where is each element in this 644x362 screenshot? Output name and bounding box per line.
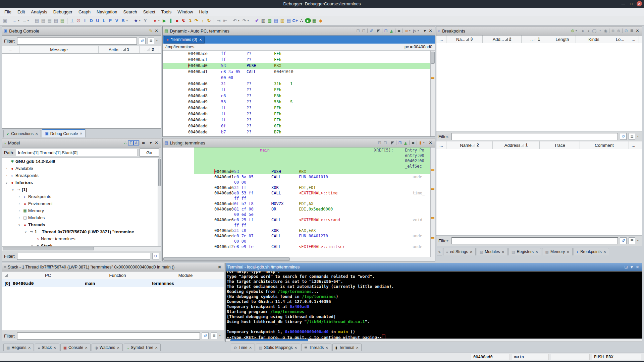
column-header-module[interactable]: Module	[151, 272, 220, 279]
tree-item-name[interactable]: ○Name: termmines	[2, 235, 161, 242]
instruction-letter-icon[interactable]: I	[82, 17, 88, 24]
expander-open-icon[interactable]: ∨	[23, 230, 28, 234]
stack-frame-row[interactable]: [0]00400ad0maintermmines	[2, 279, 224, 287]
terminal-output[interactable]: For help, type "help".Type "apropos word…	[226, 272, 642, 339]
menu-graph[interactable]: Graph	[75, 9, 94, 14]
tab-modules[interactable]: ▧Modules✕	[477, 248, 507, 255]
filter-input[interactable]	[17, 38, 137, 45]
tree-item-inferiors[interactable]: ∨●Inferiors	[2, 179, 161, 186]
disconnect-icon[interactable]: ↯	[180, 17, 186, 24]
clear-filter-icon[interactable]: ↺	[139, 38, 146, 44]
tab-close-icon[interactable]: ✕	[356, 346, 359, 350]
tree-item-stack[interactable]: ∨≡Stack	[2, 242, 161, 246]
expander-open-icon[interactable]: ∨	[4, 181, 9, 184]
menu-navigation[interactable]: Navigation	[94, 9, 120, 14]
disassembly-row[interactable]: 00400af2e8 e9 feCALL<EXTERNAL>::initscru…	[163, 244, 430, 249]
model-hscrollbar[interactable]	[2, 246, 161, 251]
filter-config-icon[interactable]: ≣	[629, 237, 635, 244]
column-header-lo[interactable]: Lo...	[612, 36, 628, 43]
breakpoints-table-body[interactable]	[436, 43, 642, 131]
clone-icon[interactable]: ⊟	[361, 28, 367, 34]
column-header-sort[interactable]	[2, 272, 12, 279]
column-header-comment[interactable]: Comment	[580, 141, 629, 149]
tree-item-modules[interactable]: ›◫Modules	[2, 214, 161, 221]
back-icon-dropdown[interactable]: ▾	[18, 19, 21, 22]
tab-close-icon[interactable]: ✕	[155, 346, 158, 350]
disassembly-row[interactable]: 00400aede8 7e 07CALLFUN_00401270unde	[163, 233, 430, 239]
new-page-icon[interactable]: ▤	[59, 17, 65, 24]
column-header-[interactable]: ...	[629, 141, 638, 149]
listing-disassembly[interactable]: mainXREF[5]:Entry Poentry:0000402f00_elf…	[163, 147, 435, 257]
export-page-icon[interactable]: ▤	[47, 17, 53, 24]
expander-closed-icon[interactable]: ›	[4, 174, 9, 177]
snapshot-camera-icon[interactable]: ◙	[410, 140, 416, 146]
dynamic-scrollbar[interactable]	[430, 51, 435, 136]
kill-icon[interactable]: ■	[174, 17, 180, 24]
clear-console-icon[interactable]: ✎	[148, 28, 154, 34]
path-input[interactable]: Inferiors[1].Threads[1].Stack[0]	[16, 149, 138, 156]
stack-table-body[interactable]	[2, 287, 224, 330]
copy-page-icon[interactable]: ▤	[34, 17, 40, 24]
snapshot-camera-icon[interactable]: ◙	[396, 28, 402, 34]
book-icon[interactable]: ▮	[418, 140, 423, 146]
record-icon-dropdown[interactable]: ▾	[158, 19, 161, 22]
select-cursor-icon[interactable]: ◤	[390, 140, 395, 146]
menu-debugger[interactable]: Debugger	[50, 9, 75, 14]
search-icon[interactable]: ⊙	[623, 28, 629, 34]
data-letter-icon[interactable]: D	[88, 17, 94, 24]
disassembly-row[interactable]: 00400ad631??31h1	[163, 81, 430, 87]
panel-menu-icon[interactable]: ▼	[422, 28, 428, 34]
column-header-address[interactable]: Address1	[493, 141, 540, 149]
clear-markup-icon[interactable]: ∅	[75, 17, 82, 24]
close-icon[interactable]: ✕	[635, 264, 640, 270]
expander-closed-icon[interactable]: ›	[17, 195, 22, 198]
function-letter-icon[interactable]: F	[107, 17, 113, 24]
clear-filter-icon[interactable]: ↺	[620, 133, 627, 140]
tab-close-icon[interactable]: ✕	[53, 346, 56, 350]
add-breakpoint-icon[interactable]: ⊕	[570, 28, 576, 34]
auto-refresh-icon[interactable]: ↺	[368, 28, 374, 34]
filter-config-icon-dropdown[interactable]: ▾	[219, 335, 222, 337]
tree-item-breakpoints[interactable]: ›◐Breakpoints	[2, 193, 161, 200]
tab-console[interactable]: ▣Console✕	[60, 344, 91, 351]
clear-breakpoint-icon[interactable]: ⊗	[610, 28, 616, 34]
close-icon[interactable]: ✕	[428, 140, 433, 146]
disassembly-row[interactable]: 00400ad953??53hS	[163, 99, 430, 105]
enable-breakpoint-icon[interactable]: ●	[580, 28, 586, 34]
disassembly-row[interactable]: 00400adeb7??B7h	[163, 129, 430, 135]
menu-edit[interactable]: Edit	[14, 9, 28, 14]
close-icon[interactable]: ✕	[217, 264, 222, 270]
tab-terminal[interactable]: ▮Terminal✕	[332, 344, 362, 351]
menu-analysis[interactable]: Analysis	[28, 9, 50, 14]
disassembly-row[interactable]: 00400acfff??FFh	[163, 57, 430, 63]
model-tree-scrollbar[interactable]	[158, 158, 161, 246]
resume-icon[interactable]: ▶	[161, 17, 167, 24]
disassembly-row[interactable]: 00400ad7ff??FFh	[163, 87, 430, 93]
step-over-icon[interactable]: ↷	[193, 17, 199, 24]
tab-debug-console[interactable]: ▣Debug Console✕	[42, 129, 86, 137]
import-page-icon[interactable]: ▤	[53, 17, 59, 24]
filter-config-icon-dropdown[interactable]: ▾	[156, 40, 159, 42]
filter-input[interactable]	[17, 333, 200, 340]
paste-page-icon[interactable]: ▤	[40, 17, 46, 24]
column-header-[interactable]: ..2	[140, 46, 159, 53]
filter-config-icon[interactable]: ≣	[211, 333, 217, 339]
add-breakpoint-icon-dropdown[interactable]: ▾	[576, 29, 578, 32]
step-last-icon[interactable]: ↻	[206, 17, 212, 24]
tab-close-icon[interactable]: ✕	[85, 346, 88, 350]
column-header-na[interactable]: Na...3	[446, 36, 483, 43]
tab-close-icon[interactable]: ✕	[470, 250, 472, 254]
tree-item-[interactable]: ∨⇒[1]	[2, 186, 161, 193]
disassembly-row[interactable]: 00400ad053PUSHRBX	[163, 63, 430, 69]
redo-icon[interactable]: ↷	[241, 17, 247, 24]
debug-console-table-body[interactable]	[2, 54, 161, 128]
disassembly-row[interactable]: 00400ad8e8 53 ffCALL<EXTERNAL>::timetime…	[163, 190, 430, 196]
column-header-name[interactable]: Name2	[446, 141, 493, 149]
panel-menu-icon[interactable]: ▼	[148, 140, 154, 146]
menu-window[interactable]: Window	[174, 9, 196, 14]
expander-open-icon[interactable]: ∨	[30, 244, 35, 246]
skip-over-icon[interactable]: ⇥	[216, 17, 222, 24]
tab-threads[interactable]: ≣Threads✕	[301, 344, 331, 351]
disassembly-row[interactable]: 00400ad8e8??E8h	[163, 93, 430, 99]
undo-icon[interactable]: ↶	[232, 17, 238, 24]
